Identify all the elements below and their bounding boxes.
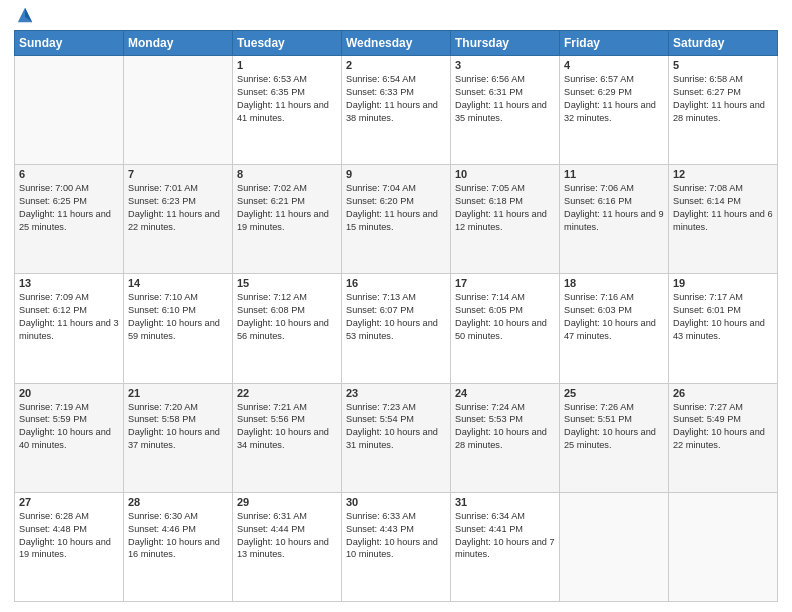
day-number: 24 [455, 387, 555, 399]
day-number: 19 [673, 277, 773, 289]
day-info: Sunrise: 6:53 AMSunset: 6:35 PMDaylight:… [237, 73, 337, 125]
calendar-cell-w5-d4: 30Sunrise: 6:33 AMSunset: 4:43 PMDayligh… [342, 492, 451, 601]
day-number: 21 [128, 387, 228, 399]
weekday-monday: Monday [124, 31, 233, 56]
day-info: Sunrise: 7:14 AMSunset: 6:05 PMDaylight:… [455, 291, 555, 343]
day-number: 31 [455, 496, 555, 508]
day-info: Sunrise: 7:19 AMSunset: 5:59 PMDaylight:… [19, 401, 119, 453]
day-info: Sunrise: 7:26 AMSunset: 5:51 PMDaylight:… [564, 401, 664, 453]
day-number: 6 [19, 168, 119, 180]
day-info: Sunrise: 7:01 AMSunset: 6:23 PMDaylight:… [128, 182, 228, 234]
calendar-cell-w1-d7: 5Sunrise: 6:58 AMSunset: 6:27 PMDaylight… [669, 56, 778, 165]
day-info: Sunrise: 7:12 AMSunset: 6:08 PMDaylight:… [237, 291, 337, 343]
day-number: 1 [237, 59, 337, 71]
calendar-cell-w3-d4: 16Sunrise: 7:13 AMSunset: 6:07 PMDayligh… [342, 274, 451, 383]
week-row-1: 1Sunrise: 6:53 AMSunset: 6:35 PMDaylight… [15, 56, 778, 165]
calendar-table: SundayMondayTuesdayWednesdayThursdayFrid… [14, 30, 778, 602]
day-number: 10 [455, 168, 555, 180]
calendar-cell-w2-d7: 12Sunrise: 7:08 AMSunset: 6:14 PMDayligh… [669, 165, 778, 274]
day-info: Sunrise: 6:34 AMSunset: 4:41 PMDaylight:… [455, 510, 555, 562]
header [14, 10, 778, 24]
calendar-cell-w4-d1: 20Sunrise: 7:19 AMSunset: 5:59 PMDayligh… [15, 383, 124, 492]
day-info: Sunrise: 6:54 AMSunset: 6:33 PMDaylight:… [346, 73, 446, 125]
calendar-header: SundayMondayTuesdayWednesdayThursdayFrid… [15, 31, 778, 56]
week-row-5: 27Sunrise: 6:28 AMSunset: 4:48 PMDayligh… [15, 492, 778, 601]
day-info: Sunrise: 6:30 AMSunset: 4:46 PMDaylight:… [128, 510, 228, 562]
day-info: Sunrise: 7:24 AMSunset: 5:53 PMDaylight:… [455, 401, 555, 453]
page: SundayMondayTuesdayWednesdayThursdayFrid… [0, 0, 792, 612]
calendar-cell-w1-d5: 3Sunrise: 6:56 AMSunset: 6:31 PMDaylight… [451, 56, 560, 165]
calendar-cell-w1-d1 [15, 56, 124, 165]
day-info: Sunrise: 7:16 AMSunset: 6:03 PMDaylight:… [564, 291, 664, 343]
day-info: Sunrise: 7:04 AMSunset: 6:20 PMDaylight:… [346, 182, 446, 234]
logo [14, 10, 34, 24]
day-info: Sunrise: 7:02 AMSunset: 6:21 PMDaylight:… [237, 182, 337, 234]
calendar-cell-w4-d3: 22Sunrise: 7:21 AMSunset: 5:56 PMDayligh… [233, 383, 342, 492]
day-info: Sunrise: 7:27 AMSunset: 5:49 PMDaylight:… [673, 401, 773, 453]
weekday-header-row: SundayMondayTuesdayWednesdayThursdayFrid… [15, 31, 778, 56]
day-info: Sunrise: 7:00 AMSunset: 6:25 PMDaylight:… [19, 182, 119, 234]
calendar-cell-w5-d1: 27Sunrise: 6:28 AMSunset: 4:48 PMDayligh… [15, 492, 124, 601]
calendar-cell-w2-d1: 6Sunrise: 7:00 AMSunset: 6:25 PMDaylight… [15, 165, 124, 274]
day-number: 11 [564, 168, 664, 180]
day-number: 15 [237, 277, 337, 289]
calendar-cell-w5-d2: 28Sunrise: 6:30 AMSunset: 4:46 PMDayligh… [124, 492, 233, 601]
calendar-cell-w1-d4: 2Sunrise: 6:54 AMSunset: 6:33 PMDaylight… [342, 56, 451, 165]
day-info: Sunrise: 7:21 AMSunset: 5:56 PMDaylight:… [237, 401, 337, 453]
calendar-cell-w4-d2: 21Sunrise: 7:20 AMSunset: 5:58 PMDayligh… [124, 383, 233, 492]
calendar-cell-w5-d7 [669, 492, 778, 601]
day-number: 22 [237, 387, 337, 399]
day-number: 18 [564, 277, 664, 289]
day-number: 7 [128, 168, 228, 180]
calendar-cell-w5-d6 [560, 492, 669, 601]
calendar-cell-w4-d7: 26Sunrise: 7:27 AMSunset: 5:49 PMDayligh… [669, 383, 778, 492]
day-info: Sunrise: 7:06 AMSunset: 6:16 PMDaylight:… [564, 182, 664, 234]
day-info: Sunrise: 7:08 AMSunset: 6:14 PMDaylight:… [673, 182, 773, 234]
day-number: 5 [673, 59, 773, 71]
weekday-saturday: Saturday [669, 31, 778, 56]
week-row-2: 6Sunrise: 7:00 AMSunset: 6:25 PMDaylight… [15, 165, 778, 274]
calendar-cell-w2-d2: 7Sunrise: 7:01 AMSunset: 6:23 PMDaylight… [124, 165, 233, 274]
day-number: 9 [346, 168, 446, 180]
calendar-cell-w3-d3: 15Sunrise: 7:12 AMSunset: 6:08 PMDayligh… [233, 274, 342, 383]
calendar-cell-w2-d6: 11Sunrise: 7:06 AMSunset: 6:16 PMDayligh… [560, 165, 669, 274]
day-number: 26 [673, 387, 773, 399]
calendar-cell-w2-d4: 9Sunrise: 7:04 AMSunset: 6:20 PMDaylight… [342, 165, 451, 274]
week-row-3: 13Sunrise: 7:09 AMSunset: 6:12 PMDayligh… [15, 274, 778, 383]
day-number: 20 [19, 387, 119, 399]
calendar-cell-w1-d3: 1Sunrise: 6:53 AMSunset: 6:35 PMDaylight… [233, 56, 342, 165]
day-info: Sunrise: 6:33 AMSunset: 4:43 PMDaylight:… [346, 510, 446, 562]
day-number: 29 [237, 496, 337, 508]
day-info: Sunrise: 6:56 AMSunset: 6:31 PMDaylight:… [455, 73, 555, 125]
calendar-cell-w3-d2: 14Sunrise: 7:10 AMSunset: 6:10 PMDayligh… [124, 274, 233, 383]
day-info: Sunrise: 6:31 AMSunset: 4:44 PMDaylight:… [237, 510, 337, 562]
day-number: 4 [564, 59, 664, 71]
calendar-cell-w1-d6: 4Sunrise: 6:57 AMSunset: 6:29 PMDaylight… [560, 56, 669, 165]
calendar-cell-w3-d5: 17Sunrise: 7:14 AMSunset: 6:05 PMDayligh… [451, 274, 560, 383]
day-info: Sunrise: 7:20 AMSunset: 5:58 PMDaylight:… [128, 401, 228, 453]
day-number: 2 [346, 59, 446, 71]
calendar-cell-w2-d5: 10Sunrise: 7:05 AMSunset: 6:18 PMDayligh… [451, 165, 560, 274]
day-number: 13 [19, 277, 119, 289]
calendar-cell-w2-d3: 8Sunrise: 7:02 AMSunset: 6:21 PMDaylight… [233, 165, 342, 274]
calendar-cell-w4-d6: 25Sunrise: 7:26 AMSunset: 5:51 PMDayligh… [560, 383, 669, 492]
day-number: 3 [455, 59, 555, 71]
logo-icon [16, 6, 34, 24]
day-number: 25 [564, 387, 664, 399]
weekday-tuesday: Tuesday [233, 31, 342, 56]
weekday-thursday: Thursday [451, 31, 560, 56]
calendar-cell-w5-d3: 29Sunrise: 6:31 AMSunset: 4:44 PMDayligh… [233, 492, 342, 601]
day-info: Sunrise: 7:17 AMSunset: 6:01 PMDaylight:… [673, 291, 773, 343]
calendar-cell-w3-d7: 19Sunrise: 7:17 AMSunset: 6:01 PMDayligh… [669, 274, 778, 383]
day-number: 17 [455, 277, 555, 289]
calendar-body: 1Sunrise: 6:53 AMSunset: 6:35 PMDaylight… [15, 56, 778, 602]
day-number: 30 [346, 496, 446, 508]
day-info: Sunrise: 6:58 AMSunset: 6:27 PMDaylight:… [673, 73, 773, 125]
calendar-cell-w3-d1: 13Sunrise: 7:09 AMSunset: 6:12 PMDayligh… [15, 274, 124, 383]
day-number: 8 [237, 168, 337, 180]
calendar-cell-w1-d2 [124, 56, 233, 165]
day-number: 12 [673, 168, 773, 180]
day-info: Sunrise: 6:28 AMSunset: 4:48 PMDaylight:… [19, 510, 119, 562]
calendar-cell-w4-d5: 24Sunrise: 7:24 AMSunset: 5:53 PMDayligh… [451, 383, 560, 492]
day-number: 28 [128, 496, 228, 508]
